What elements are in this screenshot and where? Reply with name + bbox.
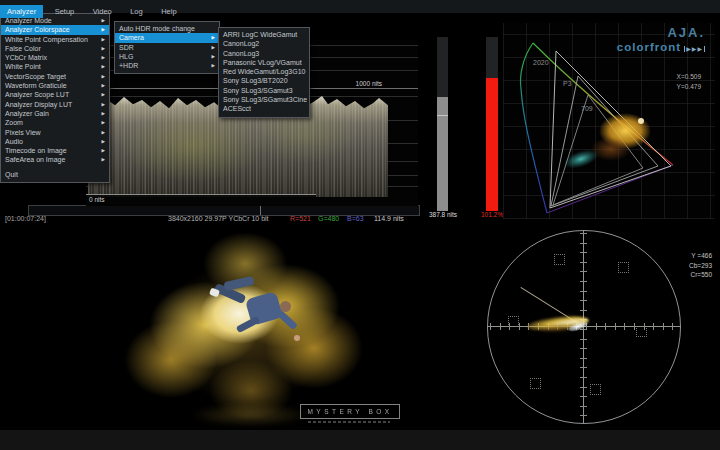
- menubar-item-log[interactable]: Log: [123, 5, 150, 18]
- menu-item-label: Analyzer Colorspace: [5, 25, 70, 34]
- menu-item-false-color[interactable]: False Color▶: [1, 44, 109, 53]
- menu-item-analyzer-gain[interactable]: Analyzer Gain▶: [1, 109, 109, 118]
- vectorscope-target-box: [530, 378, 541, 389]
- submenu-arrow-icon: ▶: [212, 52, 215, 61]
- mystery-box-watermark: MYSTERY BOX: [300, 404, 400, 419]
- submenu-arrow-icon: ▶: [102, 72, 105, 81]
- percent-level-meter: [486, 37, 498, 211]
- submenu-arrow-icon: ▶: [102, 137, 105, 146]
- menu-item-label: Red WideGamut/Log3G10: [223, 67, 306, 76]
- menu-item-label: Quit: [5, 170, 18, 179]
- watermark-subtext-line: [308, 421, 390, 423]
- submenu-arrow-icon: ▶: [102, 118, 105, 127]
- menu-item-analyzer-display-lut[interactable]: Analyzer Display LUT▶: [1, 100, 109, 109]
- menu-item-label: Zoom: [5, 118, 23, 127]
- image-viewer: MYSTERY BOX: [0, 225, 480, 428]
- menu-item-label: ARRI LogC WideGamut: [223, 30, 297, 39]
- timecode-readout: [01:00:07:24]: [5, 215, 46, 222]
- waveform-bottom-label: 0 nits: [89, 196, 105, 203]
- submenu-arrow-icon: ▶: [102, 90, 105, 99]
- menu-item-label: White Point: [5, 62, 41, 71]
- menu-item-label: YCbCr Matrix: [5, 53, 47, 62]
- vectorscope-target-box: [618, 262, 629, 273]
- menu-item-analyzer-colorspace[interactable]: Analyzer Colorspace▶: [1, 25, 109, 34]
- menu-item-waveform-graticule[interactable]: Waveform Graticule▶: [1, 81, 109, 90]
- submenu-arrow-icon: ▶: [102, 44, 105, 53]
- menu-item-sony-slog3-sgamut3cine[interactable]: Sony SLog3/SGamut3Cine: [219, 95, 309, 104]
- submenu-arrow-icon: ▶: [102, 109, 105, 118]
- menu-item-timecode-on-image[interactable]: Timecode on Image▶: [1, 146, 109, 155]
- menu-item-audio[interactable]: Audio▶: [1, 137, 109, 146]
- menu-item-hlg[interactable]: HLG▶: [115, 52, 219, 61]
- menu-item-label: HLG: [119, 52, 133, 61]
- menu-item-label: SDR: [119, 43, 134, 52]
- smoke-wisp: [190, 403, 310, 427]
- person-hand: [294, 335, 300, 341]
- menu-item-label: ACEScct: [223, 104, 251, 113]
- bottom-strip: [0, 429, 720, 450]
- submenu-arrow-icon: ▶: [102, 81, 105, 90]
- submenu-arrow-icon: ▶: [212, 33, 215, 42]
- vectorscope: Y =466 Cb=293 Cr=550: [480, 225, 720, 428]
- menu-item-panasonic-vlog[interactable]: Panasonic VLog/VGamut: [219, 58, 309, 67]
- xy-chromaticity-readout: X=0.509 Y=0.479: [677, 72, 701, 92]
- menu-item-label: Sony SLog3/BT2020: [223, 76, 288, 85]
- menubar-item-analyzer[interactable]: Analyzer: [0, 5, 43, 18]
- menu-item-plus-hdr[interactable]: +HDR▶: [115, 61, 219, 70]
- menu-item-canonlog3[interactable]: CanonLog3: [219, 49, 309, 58]
- camera-submenu-panel: ARRI LogC WideGamut CanonLog2 CanonLog3 …: [218, 27, 310, 118]
- menu-item-white-point[interactable]: White Point▶: [1, 62, 109, 71]
- nits-value-readout: 114.9 nits: [374, 215, 404, 222]
- waveform-zero-strip: 0 nits: [86, 194, 316, 204]
- menu-item-canonlog2[interactable]: CanonLog2: [219, 39, 309, 48]
- menu-item-ycbcr-matrix[interactable]: YCbCr Matrix▶: [1, 53, 109, 62]
- vectorscope-target-box: [508, 316, 519, 327]
- nits-meter-label: 387.8 nits: [419, 211, 467, 218]
- menu-item-label: Panasonic VLog/VGamut: [223, 58, 302, 67]
- menu-item-sony-slog3-sgamut3[interactable]: Sony SLog3/SGamut3: [219, 86, 309, 95]
- blue-value-readout: B=63: [347, 215, 364, 222]
- colorfront-logo-text: colorfront: [617, 41, 681, 53]
- menu-item-sdr[interactable]: SDR▶: [115, 43, 219, 52]
- menu-item-label: Auto HDR mode change: [119, 24, 195, 33]
- menu-item-label: Analyzer Gain: [5, 109, 49, 118]
- menu-item-label: CanonLog3: [223, 49, 259, 58]
- menu-item-pixels-view[interactable]: Pixels View▶: [1, 128, 109, 137]
- menubar-item-help[interactable]: Help: [154, 5, 183, 18]
- menu-item-white-point-compensation[interactable]: White Point Compensation▶: [1, 35, 109, 44]
- menu-item-arri-logc-widegamut[interactable]: ARRI LogC WideGamut: [219, 30, 309, 39]
- submenu-arrow-icon: ▶: [102, 53, 105, 62]
- vectorscope-target-box: [554, 254, 565, 265]
- vectorscope-target-box: [636, 326, 647, 337]
- submenu-arrow-icon: ▶: [102, 146, 105, 155]
- menu-item-analyzer-scope-lut[interactable]: Analyzer Scope LUT▶: [1, 90, 109, 99]
- waveform-top-label: 1000 nits: [356, 80, 382, 87]
- menu-item-label: Timecode on Image: [5, 146, 67, 155]
- menubar-item-setup[interactable]: Setup: [48, 5, 82, 18]
- rec2020-label: 2020: [533, 59, 549, 66]
- submenu-arrow-icon: ▶: [212, 61, 215, 70]
- person-arm: [236, 316, 260, 333]
- menu-item-quit[interactable]: Quit: [1, 170, 109, 179]
- falling-person-figure: [210, 275, 325, 375]
- analyzer-menu-panel: Analyzer Mode▶ Analyzer Colorspace▶ Whit…: [0, 13, 110, 183]
- nits-level-meter: [437, 37, 448, 211]
- menu-item-safearea-on-image[interactable]: SafeArea on Image▶: [1, 155, 109, 164]
- menu-item-vectorscope-target[interactable]: VectorScope Target▶: [1, 72, 109, 81]
- menu-item-acescct[interactable]: ACEScct: [219, 104, 309, 113]
- menu-item-camera[interactable]: Camera▶: [115, 33, 219, 42]
- menu-item-sony-slog3-bt2020[interactable]: Sony SLog3/BT2020: [219, 76, 309, 85]
- menu-item-label: +HDR: [119, 61, 138, 70]
- format-readout: 3840x2160 29.97P YCbCr 10 bit: [168, 215, 269, 222]
- menu-item-label: Pixels View: [5, 128, 41, 137]
- menu-item-red-widegamut[interactable]: Red WideGamut/Log3G10: [219, 67, 309, 76]
- menu-item-zoom[interactable]: Zoom▶: [1, 118, 109, 127]
- person-head: [280, 301, 291, 312]
- nits-meter-peak-hold: [437, 115, 448, 116]
- green-value-readout: G=480: [318, 215, 339, 222]
- menu-item-label: White Point Compensation: [5, 35, 88, 44]
- submenu-arrow-icon: ▶: [102, 35, 105, 44]
- menubar-item-video[interactable]: Video: [86, 5, 119, 18]
- menu-item-auto-hdr-mode-change[interactable]: Auto HDR mode change: [115, 24, 219, 33]
- colorfront-logo-mark-icon: ▶▶▶: [684, 46, 705, 52]
